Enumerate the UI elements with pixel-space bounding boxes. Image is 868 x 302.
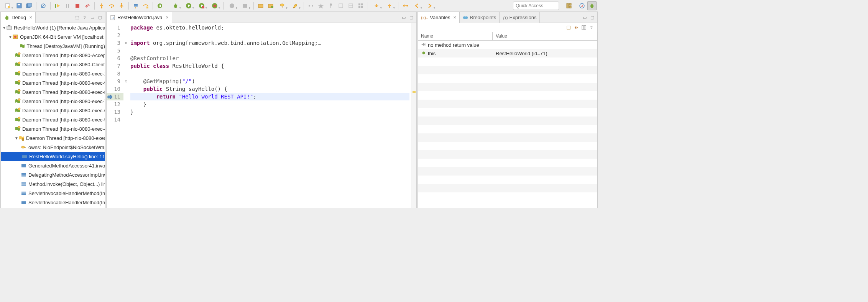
open-task-button[interactable] bbox=[266, 1, 275, 10]
code-line[interactable]: } bbox=[130, 100, 409, 108]
tree-row[interactable]: ServletInvocableHandlerMethod(Invo bbox=[1, 189, 105, 198]
code-line[interactable]: import org.springframework.web.bind.anno… bbox=[130, 39, 409, 47]
save-all-button[interactable] bbox=[25, 1, 34, 10]
tree-row[interactable]: RestHelloWorld.sayHello() line: 11 bbox=[1, 152, 105, 161]
minimize-icon[interactable]: ▭ bbox=[581, 14, 588, 21]
expressions-tab[interactable]: ƒ() Expressions bbox=[500, 12, 540, 23]
open-perspective-button[interactable] bbox=[564, 1, 574, 10]
restart-button[interactable] bbox=[155, 1, 164, 10]
vars-toolbar-btn-1[interactable] bbox=[565, 24, 572, 31]
code-line[interactable]: public class RestHelloWorld { bbox=[130, 62, 409, 70]
tree-row[interactable]: GeneratedMethodAccessor41.invoke bbox=[1, 161, 105, 170]
vars-view-menu[interactable]: ▿ bbox=[588, 24, 595, 31]
toggle-mark-button[interactable] bbox=[316, 1, 326, 10]
maximize-icon[interactable]: ▢ bbox=[408, 14, 415, 21]
code-line[interactable]: @RestController bbox=[130, 54, 409, 62]
tree-row[interactable]: Daemon Thread [http-nio-8080-Acceptor] bbox=[1, 51, 105, 60]
new-package-dropdown[interactable] bbox=[239, 1, 251, 10]
code-line[interactable]: public String sayHello() { bbox=[130, 85, 409, 93]
new-class-dropdown[interactable] bbox=[226, 1, 238, 10]
tree-row[interactable]: Thread [DestroyJavaVM] (Running) bbox=[1, 41, 105, 51]
mark-dropdown[interactable] bbox=[289, 1, 301, 10]
debug-tab[interactable]: Debug ✕ bbox=[1, 12, 36, 23]
disconnect-button[interactable] bbox=[83, 1, 92, 10]
code-line[interactable]: return "Hello world REST API!"; bbox=[130, 93, 409, 100]
java-perspective-button[interactable]: J bbox=[577, 1, 587, 10]
tree-row[interactable]: Daemon Thread [http-nio-8080-exec-10] bbox=[1, 69, 105, 78]
quick-access-input[interactable] bbox=[513, 2, 559, 10]
tree-row[interactable]: ▼RestHelloWorld (1) [Remote Java Applica… bbox=[1, 23, 105, 32]
use-step-filters-button[interactable] bbox=[141, 1, 150, 10]
overview-ruler[interactable] bbox=[411, 23, 416, 208]
drop-frame-button[interactable] bbox=[131, 1, 140, 10]
debug-perspective-button[interactable] bbox=[587, 1, 597, 10]
code-editor[interactable]: 123567891011121314 ⊕⊖ package es.okteto.… bbox=[107, 23, 416, 208]
step-over-button[interactable] bbox=[107, 1, 116, 10]
link-button[interactable] bbox=[346, 1, 355, 10]
col-name-header[interactable]: Name bbox=[418, 32, 493, 40]
code-line[interactable] bbox=[130, 47, 409, 54]
tree-row[interactable]: ServletInvocableHandlerMethod(Invo bbox=[1, 198, 105, 207]
fold-toggle[interactable]: ⊖ bbox=[123, 77, 129, 85]
variables-table[interactable]: no method return valuethisRestHelloWorld… bbox=[418, 41, 597, 208]
vars-toolbar-btn-3[interactable] bbox=[580, 24, 587, 31]
back-dropdown[interactable] bbox=[411, 1, 423, 10]
code-line[interactable] bbox=[130, 70, 409, 77]
code-line[interactable] bbox=[130, 31, 409, 39]
tree-row[interactable]: Daemon Thread [http-nio-8080-exec-4] bbox=[1, 124, 105, 133]
variables-tab[interactable]: (x)= Variables ✕ bbox=[418, 12, 460, 23]
tree-row[interactable]: DelegatingMethodAccessorImpl.invoke bbox=[1, 170, 105, 179]
save-button[interactable] bbox=[15, 1, 24, 10]
code-line[interactable]: @GetMapping("/") bbox=[130, 77, 409, 85]
tree-row[interactable]: ▼Daemon Thread [http-nio-8080-exec-3] bbox=[1, 133, 105, 143]
vars-toolbar-btn-2[interactable] bbox=[573, 24, 580, 31]
variable-row[interactable]: thisRestHelloWorld (id=71) bbox=[418, 49, 597, 57]
minimize-icon[interactable]: ▭ bbox=[89, 14, 96, 21]
terminate-button[interactable] bbox=[73, 1, 82, 10]
skip-breakpoints-button[interactable] bbox=[39, 1, 48, 10]
prev-annotation-dropdown[interactable] bbox=[383, 1, 396, 10]
open-type-button[interactable] bbox=[256, 1, 265, 10]
tree-row[interactable]: ▼OpenJDK 64-Bit Server VM [localhost:808… bbox=[1, 32, 105, 41]
suspend-button[interactable] bbox=[63, 1, 72, 10]
editor-tab[interactable]: J RestHelloWorld.java ✕ bbox=[107, 12, 172, 23]
toggle-breadcrumb-button[interactable] bbox=[306, 1, 316, 10]
run-dropdown[interactable] bbox=[182, 1, 195, 10]
debug-tree[interactable]: ▼RestHelloWorld (1) [Remote Java Applica… bbox=[1, 23, 105, 207]
breakpoints-tab[interactable]: Breakpoints bbox=[460, 12, 500, 23]
tree-row[interactable]: Method.invoke(Object, Object...) line bbox=[1, 179, 105, 189]
close-icon[interactable]: ✕ bbox=[166, 15, 169, 20]
code-line[interactable] bbox=[130, 116, 409, 123]
step-into-button[interactable] bbox=[97, 1, 106, 10]
tree-row[interactable]: Daemon Thread [http-nio-8080-exec-5] bbox=[1, 115, 105, 124]
fold-toggle[interactable]: ⊕ bbox=[123, 39, 129, 47]
maximize-icon[interactable]: ▢ bbox=[97, 14, 104, 21]
tree-row[interactable]: Daemon Thread [http-nio-8080-ClientPolle… bbox=[1, 60, 105, 69]
code-line[interactable]: package es.okteto.helloworld; bbox=[130, 24, 409, 31]
tree-row[interactable]: Daemon Thread [http-nio-8080-exec-9] bbox=[1, 78, 105, 87]
coverage-dropdown[interactable] bbox=[196, 1, 208, 10]
tree-row[interactable]: Daemon Thread [http-nio-8080-exec-6] bbox=[1, 106, 105, 115]
last-edit-button[interactable] bbox=[401, 1, 410, 10]
debug-dropdown[interactable] bbox=[169, 1, 182, 10]
next-annotation-dropdown[interactable] bbox=[370, 1, 383, 10]
forward-dropdown[interactable] bbox=[424, 1, 436, 10]
refresh-button[interactable] bbox=[336, 1, 345, 10]
variable-row[interactable]: no method return value bbox=[418, 41, 597, 49]
resume-button[interactable] bbox=[53, 1, 62, 10]
maximize-icon[interactable]: ▢ bbox=[589, 14, 596, 21]
minimize-icon[interactable]: ▭ bbox=[400, 14, 407, 21]
debug-view-menu-2[interactable]: ▿ bbox=[81, 14, 88, 21]
tree-row[interactable]: Daemon Thread [http-nio-8080-exec-8] bbox=[1, 87, 105, 97]
debug-view-menu-1[interactable]: ⬚ bbox=[74, 14, 81, 21]
tree-row[interactable]: Daemon Thread [http-nio-8080-exec-7] bbox=[1, 97, 105, 106]
step-return-button[interactable] bbox=[117, 1, 126, 10]
grid-button[interactable] bbox=[356, 1, 365, 10]
close-icon[interactable]: ✕ bbox=[29, 15, 32, 20]
col-value-header[interactable]: Value bbox=[493, 32, 597, 40]
search-dropdown[interactable] bbox=[276, 1, 288, 10]
code-line[interactable]: } bbox=[130, 108, 409, 116]
run-last-dropdown[interactable] bbox=[209, 1, 221, 10]
tree-row[interactable]: owns: NioEndpoint$NioSocketWrapper bbox=[1, 143, 105, 152]
new-button[interactable] bbox=[2, 1, 14, 10]
